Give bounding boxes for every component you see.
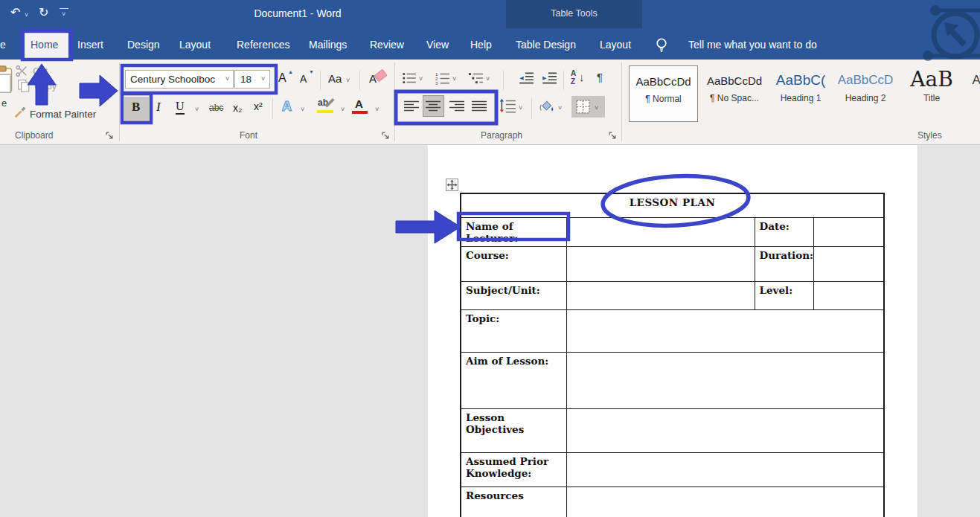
copy-icon[interactable] bbox=[17, 79, 31, 93]
style-title[interactable]: AaB Title bbox=[900, 65, 963, 122]
show-hide-pilcrow-button[interactable]: ¶ bbox=[597, 71, 603, 83]
label-cell[interactable]: Topic: bbox=[461, 309, 566, 352]
text-effects-dropdown-icon[interactable]: ˅ bbox=[301, 106, 304, 113]
sort-icon-a[interactable]: A bbox=[571, 69, 576, 77]
highlight-dropdown-icon[interactable]: ˅ bbox=[341, 106, 345, 113]
paste-icon[interactable] bbox=[0, 65, 13, 94]
line-spacing-button[interactable] bbox=[499, 98, 516, 113]
decrease-indent-icon[interactable] bbox=[518, 71, 534, 85]
justify-button[interactable] bbox=[471, 100, 487, 112]
redo-icon[interactable]: ↻ bbox=[39, 7, 48, 19]
customize-qat-icon[interactable] bbox=[60, 8, 68, 9]
format-painter-label[interactable]: Format Painter bbox=[30, 109, 96, 120]
tab-references[interactable]: References bbox=[237, 39, 290, 51]
undo-icon[interactable]: ↶ bbox=[10, 7, 20, 19]
line-spacing-dropdown-icon[interactable]: ˅ bbox=[519, 105, 522, 112]
change-case-button[interactable]: Aa bbox=[328, 72, 342, 85]
style-heading-2[interactable]: AaBbCcD Heading 2 bbox=[835, 65, 896, 122]
shading-dropdown-icon[interactable]: ˅ bbox=[558, 105, 562, 112]
document-page[interactable]: LESSON PLAN Name of Lecturer: Date: Cour… bbox=[428, 145, 918, 517]
value-cell[interactable] bbox=[566, 246, 755, 281]
value-cell[interactable] bbox=[813, 246, 884, 281]
value-cell[interactable] bbox=[566, 408, 884, 452]
shrink-font-button[interactable]: A bbox=[300, 73, 307, 85]
value-cell[interactable] bbox=[813, 281, 884, 309]
style-normal[interactable]: AaBbCcDd ¶ Normal bbox=[629, 65, 698, 122]
customize-qat-chevron-icon[interactable]: ˅ bbox=[62, 10, 65, 18]
tab-layout[interactable]: Layout bbox=[179, 39, 211, 51]
value-cell[interactable] bbox=[566, 281, 755, 309]
undo-dropdown-icon[interactable]: ˅ bbox=[25, 11, 28, 19]
font-size-dropdown-icon[interactable]: ˅ bbox=[261, 76, 265, 83]
font-size-combobox[interactable]: 18 ˅ bbox=[234, 70, 270, 89]
underline-dropdown-icon[interactable]: ˅ bbox=[195, 106, 199, 113]
paragraph-dialog-launcher-icon[interactable] bbox=[609, 132, 617, 140]
label-cell[interactable]: Resources bbox=[461, 487, 566, 517]
cut-button-label[interactable]: Cut bbox=[33, 65, 48, 77]
change-case-dropdown-icon[interactable]: ˅ bbox=[346, 77, 350, 84]
italic-button[interactable]: I bbox=[156, 100, 161, 115]
tab-home[interactable]: Home bbox=[31, 39, 58, 51]
tab-mailings[interactable]: Mailings bbox=[309, 39, 347, 51]
label-cell[interactable]: Aim of Lesson: bbox=[461, 352, 566, 408]
tab-table-design[interactable]: Table Design bbox=[516, 39, 576, 51]
tab-file-partial[interactable]: e bbox=[0, 39, 6, 51]
increase-indent-icon[interactable] bbox=[541, 71, 557, 85]
style-heading-1[interactable]: AaBbC( Heading 1 bbox=[771, 65, 830, 122]
font-color-button[interactable]: A bbox=[355, 97, 363, 110]
tab-help[interactable]: Help bbox=[470, 39, 492, 51]
value-cell[interactable] bbox=[566, 487, 884, 517]
sort-icon-z[interactable]: Z bbox=[571, 77, 575, 86]
numbering-icon[interactable]: 123 bbox=[435, 71, 450, 85]
align-left-button[interactable] bbox=[403, 100, 420, 112]
format-painter-icon[interactable] bbox=[13, 104, 27, 118]
value-cell[interactable] bbox=[566, 352, 884, 408]
tell-me-box[interactable]: Tell me what you want to do bbox=[688, 39, 817, 51]
strikethrough-button[interactable]: abc bbox=[209, 103, 223, 113]
borders-dropdown-icon[interactable]: ˅ bbox=[595, 105, 598, 112]
style-no-spacing[interactable]: AaBbCcDd ¶ No Spac... bbox=[701, 65, 768, 122]
value-cell[interactable] bbox=[566, 217, 755, 246]
text-effects-button[interactable]: A bbox=[282, 99, 292, 115]
numbering-dropdown-icon[interactable]: ˅ bbox=[452, 76, 456, 83]
superscript-button[interactable]: x² bbox=[254, 100, 263, 112]
tab-design[interactable]: Design bbox=[127, 39, 160, 51]
multilevel-list-icon[interactable] bbox=[469, 71, 484, 85]
lesson-plan-table[interactable]: LESSON PLAN Name of Lecturer: Date: Cour… bbox=[460, 193, 885, 517]
label-cell[interactable]: Lesson Objectives bbox=[461, 408, 566, 452]
sort-icon-arrow[interactable]: ↓ bbox=[579, 71, 585, 83]
label-cell[interactable]: Subject/Unit: bbox=[461, 281, 566, 309]
bullets-dropdown-icon[interactable]: ˅ bbox=[419, 76, 423, 83]
tab-review[interactable]: Review bbox=[370, 39, 404, 51]
font-color-dropdown-icon[interactable]: ˅ bbox=[375, 106, 379, 113]
label-cell[interactable]: Date: bbox=[755, 217, 813, 246]
label-cell[interactable]: Course: bbox=[461, 246, 566, 281]
table-title-cell[interactable]: LESSON PLAN bbox=[461, 193, 884, 217]
multilevel-dropdown-icon[interactable]: ˅ bbox=[486, 76, 490, 83]
value-cell[interactable] bbox=[813, 217, 884, 246]
tab-table-layout[interactable]: Layout bbox=[600, 39, 631, 51]
grow-font-button[interactable]: A bbox=[278, 71, 286, 85]
paste-button-label[interactable]: e bbox=[1, 97, 7, 109]
label-cell[interactable]: Name of Lecturer: bbox=[461, 217, 566, 246]
label-cell[interactable]: Level: bbox=[755, 281, 813, 309]
tab-view[interactable]: View bbox=[426, 39, 449, 51]
underline-button[interactable]: U bbox=[176, 100, 185, 115]
font-name-dropdown-icon[interactable]: ˅ bbox=[225, 76, 229, 83]
copy-button-label[interactable]: Copy bbox=[34, 80, 57, 91]
bullets-icon[interactable] bbox=[402, 71, 417, 85]
label-cell[interactable]: Assumed Prior Knowledge: bbox=[461, 452, 566, 487]
clipboard-dialog-launcher-icon[interactable] bbox=[106, 132, 114, 140]
font-dialog-launcher-icon[interactable] bbox=[382, 132, 390, 140]
subscript-button[interactable]: x₂ bbox=[233, 102, 242, 114]
shading-bucket-icon[interactable] bbox=[539, 99, 555, 114]
cut-icon[interactable] bbox=[16, 65, 28, 77]
value-cell[interactable] bbox=[566, 452, 884, 487]
style-partial[interactable]: Aa bbox=[969, 65, 980, 122]
value-cell[interactable] bbox=[566, 309, 884, 352]
label-cell[interactable]: Duration: bbox=[755, 246, 813, 281]
table-move-handle[interactable] bbox=[446, 179, 458, 191]
tab-insert[interactable]: Insert bbox=[77, 39, 103, 51]
align-right-button[interactable] bbox=[449, 100, 465, 112]
font-name-combobox[interactable]: Century Schoolboc ˅ bbox=[125, 70, 234, 89]
